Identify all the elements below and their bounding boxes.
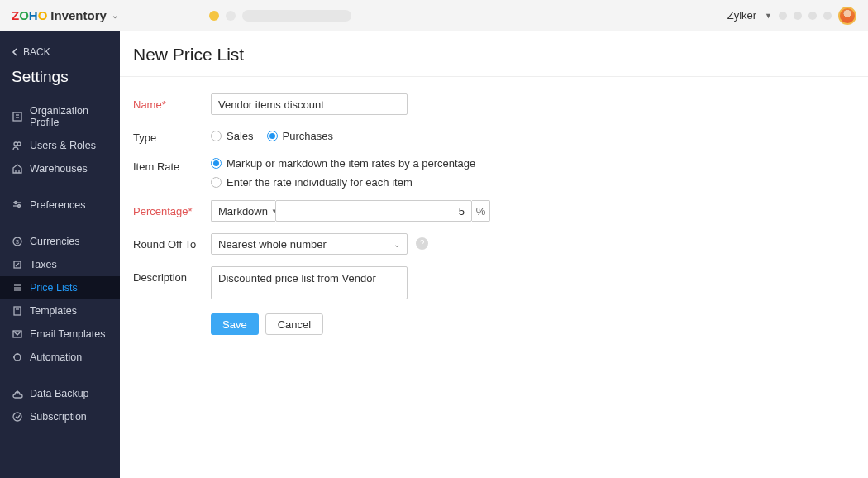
- radio-dot-icon: [211, 158, 222, 169]
- radio-dot-icon: [211, 131, 222, 141]
- sidebar-item-email-templates[interactable]: Email Templates: [0, 323, 120, 346]
- page-title: New Price List: [120, 31, 868, 76]
- sidebar-item-label: Preferences: [30, 199, 85, 211]
- dot-icon: [808, 12, 817, 20]
- label-name: Name*: [133, 93, 211, 111]
- svg-point-22: [13, 413, 21, 421]
- sidebar-item-label: Warehouses: [30, 163, 88, 174]
- dot-icon: [209, 11, 219, 21]
- label-percentage: Percentage*: [133, 200, 211, 217]
- sidebar: BACK Settings Organization ProfileUsers …: [0, 31, 120, 478]
- dot-icon: [794, 12, 802, 20]
- warehouse-icon: [12, 163, 23, 174]
- subscription-icon: [12, 411, 23, 423]
- save-button[interactable]: Save: [211, 313, 259, 335]
- sidebar-item-data-backup[interactable]: Data Backup: [0, 382, 120, 405]
- label-roundoff: Round Off To: [133, 233, 211, 251]
- sidebar-item-label: Currencies: [30, 236, 79, 247]
- logo-h: H: [29, 8, 38, 22]
- automation-icon: [12, 351, 23, 363]
- label-description: Description: [133, 266, 211, 284]
- svg-line-14: [16, 263, 19, 266]
- dot-icon: [779, 12, 787, 20]
- description-input[interactable]: [211, 266, 408, 299]
- template-icon: [12, 305, 23, 317]
- back-button[interactable]: BACK: [0, 40, 120, 65]
- sidebar-item-label: Email Templates: [30, 328, 105, 340]
- chevron-down-icon: ⌄: [393, 240, 400, 249]
- top-placeholder: [209, 10, 351, 22]
- sidebar-item-label: Organization Profile: [30, 105, 108, 128]
- radio-individual-label: Enter the rate individually for each ite…: [227, 176, 413, 189]
- sidebar-item-currencies[interactable]: $Currencies: [0, 230, 120, 253]
- main: New Price List Name* Type Sales Purchase…: [120, 31, 868, 478]
- help-icon[interactable]: ?: [416, 237, 428, 250]
- radio-individual[interactable]: Enter the rate individually for each ite…: [211, 176, 475, 189]
- svg-text:$: $: [16, 239, 19, 245]
- svg-rect-0: [13, 112, 21, 121]
- sidebar-item-automation[interactable]: Automation: [0, 346, 120, 369]
- building-icon: [12, 111, 23, 122]
- chevron-down-icon: ⌄: [112, 11, 118, 20]
- cancel-button[interactable]: Cancel: [265, 313, 323, 335]
- topbar: ZOHO Inventory ⌄ Zylker ▼: [0, 0, 868, 31]
- sidebar-item-preferences[interactable]: Preferences: [0, 194, 120, 217]
- label-item-rate: Item Rate: [133, 155, 211, 173]
- roundoff-value: Nearest whole number: [218, 238, 327, 251]
- chevron-left-icon: [12, 48, 18, 56]
- markdown-label: Markdown: [218, 205, 268, 217]
- radio-purchases-label: Purchases: [283, 130, 333, 142]
- caret-down-icon[interactable]: ▼: [765, 12, 772, 20]
- currency-icon: $: [12, 236, 23, 247]
- logo[interactable]: ZOHO Inventory ⌄: [12, 8, 118, 22]
- radio-markup[interactable]: Markup or markdown the item rates by a p…: [211, 157, 475, 170]
- form: Name* Type Sales Purchases Item Rate: [120, 77, 868, 351]
- sidebar-item-label: Price Lists: [30, 282, 78, 294]
- svg-point-21: [14, 354, 21, 361]
- label-type: Type: [133, 127, 211, 144]
- pill-placeholder: [242, 10, 351, 22]
- svg-point-4: [17, 142, 21, 146]
- sidebar-item-label: Users & Roles: [30, 140, 96, 151]
- percentage-input[interactable]: [275, 200, 472, 222]
- dot-icon: [226, 11, 236, 21]
- radio-dot-icon: [211, 177, 222, 188]
- svg-rect-18: [14, 307, 21, 315]
- sidebar-item-price-lists[interactable]: Price Lists: [0, 276, 120, 299]
- sidebar-item-label: Automation: [30, 351, 82, 363]
- radio-dot-icon: [267, 131, 278, 141]
- back-label: BACK: [23, 46, 50, 58]
- sidebar-item-label: Data Backup: [30, 388, 89, 399]
- logo-z: Z: [12, 8, 19, 22]
- sidebar-item-warehouses[interactable]: Warehouses: [0, 157, 120, 180]
- tax-icon: [12, 259, 23, 270]
- sidebar-item-organization-profile[interactable]: Organization Profile: [0, 99, 120, 134]
- sidebar-item-subscription[interactable]: Subscription: [0, 405, 120, 428]
- sidebar-item-label: Templates: [30, 305, 77, 317]
- radio-sales-label: Sales: [227, 130, 254, 142]
- logo-o1: O: [19, 8, 29, 22]
- percent-symbol: %: [472, 200, 490, 222]
- backup-icon: [12, 388, 23, 399]
- name-input[interactable]: [211, 93, 408, 115]
- roundoff-select[interactable]: Nearest whole number ⌄: [211, 233, 408, 255]
- avatar[interactable]: [838, 7, 856, 25]
- email-icon: [12, 328, 23, 340]
- sidebar-item-label: Taxes: [30, 259, 57, 270]
- sliders-icon: [12, 199, 23, 211]
- sidebar-item-users-roles[interactable]: Users & Roles: [0, 134, 120, 157]
- sidebar-item-taxes[interactable]: Taxes: [0, 253, 120, 276]
- org-name[interactable]: Zylker: [727, 9, 756, 22]
- markdown-select[interactable]: Markdown ▼: [211, 200, 275, 222]
- topbar-right: Zylker ▼: [727, 7, 856, 25]
- sidebar-item-label: Subscription: [30, 411, 87, 423]
- users-icon: [12, 140, 23, 151]
- dot-icon: [823, 12, 832, 20]
- radio-sales[interactable]: Sales: [211, 130, 254, 142]
- logo-app: Inventory: [50, 8, 107, 22]
- logo-o2: O: [38, 8, 48, 22]
- pricelist-icon: [12, 282, 23, 294]
- sidebar-item-templates[interactable]: Templates: [0, 299, 120, 323]
- radio-purchases[interactable]: Purchases: [267, 130, 333, 142]
- settings-title: Settings: [0, 65, 120, 98]
